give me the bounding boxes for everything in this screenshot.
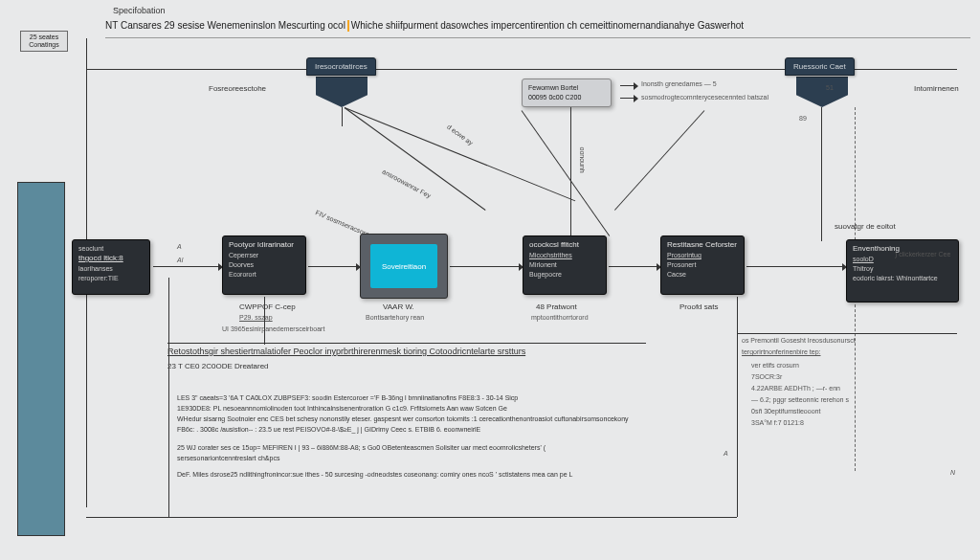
vline-b1 (264, 297, 265, 345)
para-block: LES 3" caeats=3 '6A T CA0LOX ZUBPSEF3: s… (177, 392, 713, 480)
row-box-1[interactable]: Pootyor Idirarinator Ceperrser Doorves E… (222, 235, 306, 295)
p6: sersesonariontcenntreslart ch&pcs (177, 453, 713, 463)
rb-l2: Thitroy (853, 264, 952, 274)
vline-p2 (821, 107, 822, 241)
section-sub: 23 T CE0 2C0ODE Dreatared (167, 362, 269, 370)
row-box-4[interactable]: Restitasne Ceforster Prosorintug Prosone… (660, 235, 745, 295)
b4-l3: Prosonert (667, 260, 738, 270)
u2a: VAAR W. (383, 302, 414, 311)
diag-label-2: ansroowanrar Fey (381, 168, 432, 199)
b4-l2: Prosorintug (667, 251, 738, 260)
b4-l1: Restitasne Ceforster (667, 240, 738, 250)
bottom-hline (86, 517, 737, 518)
u1c: UI 3965esinirpanedemersceirboart (222, 325, 324, 332)
diag-label-4: oonounh (579, 147, 586, 173)
tiny-a: A (177, 243, 182, 250)
u1a: CWPPOF C-cep (239, 302, 296, 311)
label-monali: Inonsth grenedames — 5 (641, 80, 717, 87)
conn-5 (746, 266, 842, 267)
b4-l4: Cacse (667, 270, 738, 280)
b1-l1: Pootyor Idirarinator (229, 240, 300, 250)
p5: 25 WJ corater ses ce 15op= MEFIREN I | 9… (177, 442, 713, 453)
u3b: mptoontithorrtorord (531, 314, 589, 321)
row-box-3[interactable]: ocockcsl ffitcht Micochstrithes Mirlonen… (523, 235, 607, 295)
vline-mid (570, 107, 571, 236)
r6: — 6.2; pggr setteonnic rerehon s (751, 396, 849, 403)
tiny-a2: A (724, 450, 728, 457)
b1-l3: Doorves (229, 260, 300, 270)
p7: DeF. Miles dsrose25 ndlithingfronincor:s… (177, 469, 713, 480)
label-fosc: Fosreoreesctohe (209, 84, 266, 93)
b3-l1: ocockcsl ffitcht (529, 240, 600, 250)
vline-right-long (737, 297, 738, 517)
b1-l4: Ecororort (229, 270, 300, 280)
arrow-sosmod (620, 98, 634, 99)
u3a: 48 Pratwont (536, 302, 577, 311)
mid-top-box: Fewomwn Bortel 00095 0c00 C200 (522, 78, 612, 107)
diag-line-4 (614, 110, 704, 211)
pentagon-right-icon (796, 77, 848, 107)
label-89: 89 (799, 115, 807, 122)
conn-4 (609, 266, 657, 267)
diag-label-1: d ecwe ay (446, 123, 475, 146)
lb-l3: laorihanses (78, 264, 144, 274)
lb-l4: reroporer:TIE (78, 274, 144, 283)
diag-line-3 (522, 110, 611, 236)
side-small-box: 25 seates Conatings (20, 31, 68, 52)
u4: Proofd sats (679, 302, 718, 311)
r3: ver etifs crosurn (751, 362, 799, 369)
section-title: Retostothsgir shestiertmalatiofer Peoclo… (167, 347, 525, 356)
rb-l3: eodoric lakrst: Whinonttartce (853, 274, 952, 283)
r5: 4.22ARBE AEDHTh ; —r- enn (751, 385, 840, 392)
b1-l2: Ceperrser (229, 251, 300, 260)
tiny-al: Al (177, 257, 183, 263)
vline-p1 (342, 107, 343, 126)
label-sosmod: sosmodrogtecomnterycesecennted batszal (641, 94, 768, 101)
lb-l2: thgocd ltick:8 (78, 254, 144, 263)
conn-1 (153, 266, 218, 267)
section-hline (167, 343, 646, 344)
lb-l1: seoclunt (78, 244, 144, 254)
r8: 3SA°M f:7 0121:8 (751, 419, 804, 426)
title-right: Whiche shiifpurment dasowches impercenti… (351, 20, 744, 31)
tiny-n: N (950, 469, 955, 476)
mid-top-box-text: Fewomwn Bortel 00095 0c00 C200 (528, 83, 605, 102)
conn-2 (308, 266, 356, 267)
r7: 0sñ 30eptifumstieooont (751, 408, 820, 414)
arrow-monali (620, 85, 634, 86)
spec-label: Specifobation (113, 6, 166, 15)
diag-line-2 (345, 107, 575, 201)
label-51: 51 (826, 84, 834, 91)
p4: FB6c: . 3008c /ausistion-- : 23.5 ue res… (177, 424, 713, 435)
title-left: NT Cansares 29 sesise Wenemeninslon Mesc… (105, 20, 345, 31)
u2b: Bontisartehory rean (366, 314, 424, 321)
left-dark-box[interactable]: seoclunt thgocd ltick:8 laorihanses rero… (72, 239, 150, 295)
label-suov: suovatgr de eoltot (835, 222, 896, 231)
screen-inner: Soveireitiaon (370, 244, 437, 288)
b3-l4: Bugepocre (529, 270, 600, 280)
rb-side: ) clickerkerzer Cee (895, 251, 950, 258)
diag-line-1 (345, 107, 486, 211)
sidebar-panel (17, 182, 65, 536)
b3-l3: Mirlonent (529, 260, 600, 270)
r1: os Premontil Gosesht Ireosdusonursct (742, 337, 856, 344)
cursor-icon (347, 20, 349, 32)
u1b: P29. sszap (239, 314, 273, 321)
b3-l2: Micochstrithes (529, 251, 600, 260)
label-intom: Intomirnenen (914, 84, 959, 93)
r4: 7SOCR:3r (751, 373, 782, 380)
p2: 1E930DE8: PL nesoeannnomiolinoden toot I… (177, 403, 713, 414)
rlist-hline (737, 333, 957, 334)
right-dark-box[interactable]: Enventhoning sooloD Thitroy eodoric lakr… (846, 239, 959, 302)
p1: LES 3" caeats=3 '6A T CA0LOX ZUBPSEF3: s… (177, 392, 713, 403)
p3: WHedur sisarng Sootnoier enc CES bet sch… (177, 414, 713, 424)
conn-3 (450, 266, 519, 267)
title-bar: NT Cansares 29 sesise Wenemeninslon Mesc… (105, 17, 970, 38)
tab-resources[interactable]: Iresocrotatirces (306, 57, 376, 76)
vline-left-long (168, 278, 169, 517)
tab-resource-cat[interactable]: Ruessoric Caet (785, 57, 855, 76)
r2: tergorirtnonferinenbire tep: (742, 348, 821, 355)
pentagon-left-icon (316, 77, 368, 107)
screen-box[interactable]: Soveireitiaon (360, 234, 448, 299)
